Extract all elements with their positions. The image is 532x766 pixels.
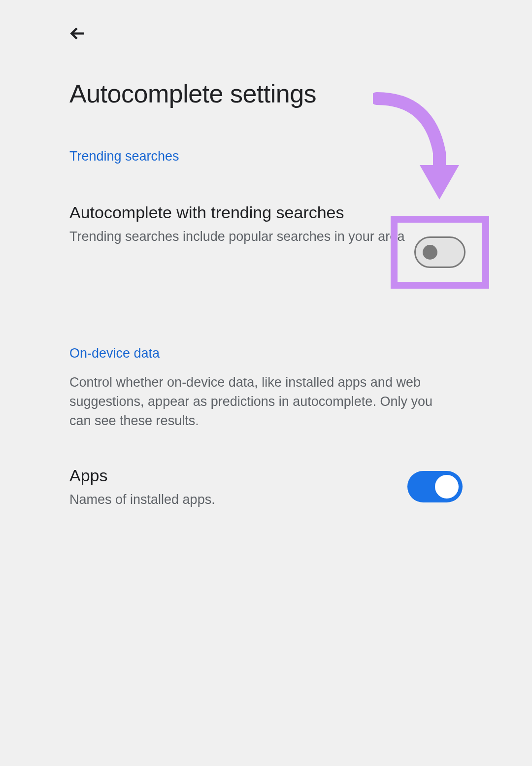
section-header-trending: Trending searches: [69, 149, 475, 164]
section-header-ondevice: On-device data: [69, 346, 451, 361]
section-description-ondevice: Control whether on-device data, like ins…: [69, 373, 451, 431]
setting-row-trending-autocomplete[interactable]: Autocomplete with trending searches Tren…: [69, 201, 475, 246]
back-button[interactable]: [68, 24, 88, 43]
setting-subtitle-apps: Names of installed apps.: [69, 491, 388, 509]
arrow-back-icon: [69, 25, 87, 42]
toggle-thumb: [423, 245, 437, 260]
annotation-arrow-icon: [373, 89, 466, 207]
annotation-highlight-box: [391, 216, 489, 289]
toggle-trending-searches[interactable]: [414, 236, 466, 268]
toggle-apps[interactable]: [407, 471, 463, 502]
setting-title-apps: Apps: [69, 464, 388, 488]
setting-row-apps[interactable]: Apps Names of installed apps.: [69, 464, 463, 509]
page-title: Autocomplete settings: [69, 79, 316, 108]
toggle-thumb: [435, 475, 459, 499]
